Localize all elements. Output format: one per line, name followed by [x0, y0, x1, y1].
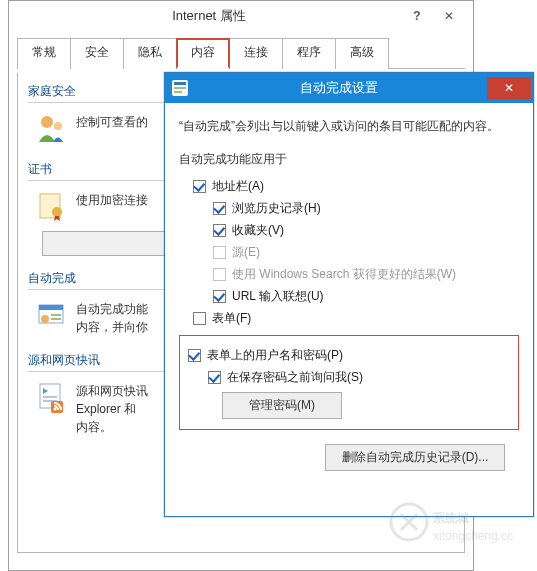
checkbox-favorites[interactable]	[213, 224, 226, 237]
child-legend: 自动完成功能应用于	[179, 151, 519, 168]
svg-point-13	[53, 407, 56, 410]
checkbox-row-askpass: 在保存密码之前询问我(S)	[208, 369, 510, 386]
checkbox-row-urlsuggest: URL 输入联想(U)	[213, 288, 519, 305]
feed-icon	[34, 380, 68, 414]
tab-programs[interactable]: 程序	[282, 38, 336, 69]
tab-privacy[interactable]: 隐私	[123, 38, 177, 69]
svg-point-1	[54, 122, 62, 130]
checkbox-row-feeds: 源(E)	[213, 244, 519, 261]
child-footer: 删除自动完成历史记录(D)...	[179, 444, 519, 471]
svg-rect-7	[51, 314, 61, 316]
tab-content[interactable]: 内容	[176, 38, 230, 69]
svg-point-0	[41, 116, 53, 128]
label-addressbar: 地址栏(A)	[212, 178, 264, 195]
label-urlsuggest: URL 输入联想(U)	[232, 288, 324, 305]
svg-point-3	[52, 207, 62, 217]
dialog-icon	[169, 77, 191, 99]
child-title: 自动完成设置	[191, 79, 487, 97]
svg-point-6	[41, 315, 49, 323]
tab-connections[interactable]: 连接	[229, 38, 283, 69]
checkbox-winsearch	[213, 268, 226, 281]
checkbox-urlsuggest[interactable]	[213, 290, 226, 303]
certificate-icon	[34, 189, 68, 223]
parent-title: Internet 属性	[15, 7, 403, 25]
parent-titlebar: Internet 属性 ? ✕	[9, 1, 473, 31]
label-forms: 表单(F)	[212, 310, 251, 327]
close-icon: ✕	[504, 81, 514, 95]
child-titlebar: 自动完成设置 ✕	[165, 73, 533, 103]
label-history: 浏览历史记录(H)	[232, 200, 321, 217]
autocomplete-icon	[34, 298, 68, 332]
checkbox-row-favorites: 收藏夹(V)	[213, 222, 519, 239]
checkbox-row-forms: 表单(F)	[193, 310, 519, 327]
svg-rect-10	[43, 396, 57, 398]
svg-rect-16	[174, 87, 186, 89]
tab-security[interactable]: 安全	[70, 38, 124, 69]
checkbox-history[interactable]	[213, 202, 226, 215]
help-button[interactable]: ?	[403, 5, 431, 27]
label-askpass: 在保存密码之前询问我(S)	[227, 369, 363, 386]
label-feeds: 源(E)	[232, 244, 260, 261]
close-button[interactable]: ✕	[431, 5, 467, 27]
checkbox-askpass[interactable]	[208, 371, 221, 384]
manage-passwords-button[interactable]: 管理密码(M)	[222, 392, 342, 419]
family-safety-icon	[34, 111, 68, 145]
autocomplete-settings-dialog: 自动完成设置 ✕ “自动完成”会列出与以前键入或访问的条目可能匹配的内容。 自动…	[164, 72, 534, 517]
tabstrip: 常规 安全 隐私 内容 连接 程序 高级	[17, 37, 465, 69]
checkbox-feeds	[213, 246, 226, 259]
checkbox-row-history: 浏览历史记录(H)	[213, 200, 519, 217]
parent-window-controls: ? ✕	[403, 5, 467, 27]
delete-history-button[interactable]: 删除自动完成历史记录(D)...	[325, 444, 505, 471]
tab-general[interactable]: 常规	[17, 38, 71, 69]
checkbox-formsuser[interactable]	[188, 349, 201, 362]
svg-rect-17	[174, 91, 182, 93]
tab-advanced[interactable]: 高级	[335, 38, 389, 69]
child-body: “自动完成”会列出与以前键入或访问的条目可能匹配的内容。 自动完成功能应用于 地…	[165, 103, 533, 481]
checkbox-forms[interactable]	[193, 312, 206, 325]
checkbox-addressbar[interactable]	[193, 180, 206, 193]
highlighted-section: 表单上的用户名和密码(P) 在保存密码之前询问我(S) 管理密码(M)	[179, 335, 519, 430]
checkbox-row-addressbar: 地址栏(A)	[193, 178, 519, 195]
label-formsuser: 表单上的用户名和密码(P)	[207, 347, 343, 364]
svg-rect-15	[174, 82, 186, 85]
child-close-button[interactable]: ✕	[487, 77, 531, 99]
checkbox-row-winsearch: 使用 Windows Search 获得更好的结果(W)	[213, 266, 519, 283]
label-winsearch: 使用 Windows Search 获得更好的结果(W)	[232, 266, 456, 283]
label-favorites: 收藏夹(V)	[232, 222, 284, 239]
svg-rect-8	[51, 318, 61, 320]
svg-rect-5	[39, 305, 63, 310]
checkbox-row-formsuser: 表单上的用户名和密码(P)	[188, 347, 510, 364]
child-hint: “自动完成”会列出与以前键入或访问的条目可能匹配的内容。	[179, 117, 519, 135]
